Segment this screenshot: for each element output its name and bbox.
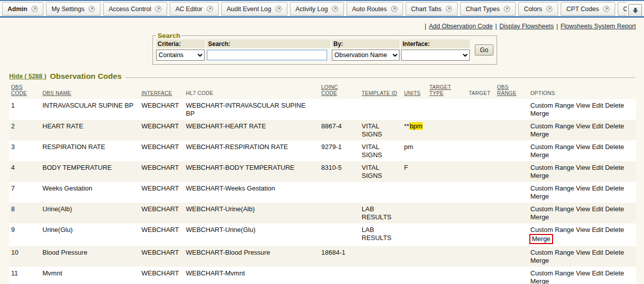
link-flowsheets-system-report[interactable]: Flowsheets System Report [561, 23, 636, 30]
col-header-obs-range[interactable]: OBS RANGE [495, 82, 528, 99]
option-edit[interactable]: Edit [592, 102, 603, 109]
tab-chart-types[interactable]: Chart Types [460, 2, 516, 16]
page-content: |Add Observation Code|Display Flowsheets… [0, 23, 644, 284]
option-edit[interactable]: Edit [592, 143, 603, 151]
interface-column: Interface: [401, 39, 470, 61]
option-merge[interactable]: Merge [530, 277, 549, 284]
option-view[interactable]: View [576, 102, 590, 109]
option-merge[interactable]: Merge [530, 151, 549, 159]
col-header-template-id[interactable]: TEMPLATE ID [360, 82, 402, 99]
option-edit[interactable]: Edit [592, 249, 603, 256]
option-edit[interactable]: Edit [592, 164, 603, 171]
option-merge[interactable]: Merge [530, 110, 549, 117]
option-view[interactable]: View [576, 249, 590, 256]
option-view[interactable]: View [576, 226, 590, 233]
option-merge[interactable]: Merge [530, 257, 549, 264]
tab-cpt-requirem[interactable]: CPT Requirem [618, 2, 627, 16]
col-header-loinc-code[interactable]: LOINC CODE [319, 82, 360, 99]
cell-target-type [427, 246, 467, 267]
go-button[interactable]: Go [475, 44, 493, 56]
option-delete[interactable]: Delete [605, 249, 624, 256]
option-view[interactable]: View [576, 205, 590, 213]
option-delete[interactable]: Delete [605, 164, 624, 171]
tab-auto-routes[interactable]: Auto Routes [346, 2, 403, 16]
option-view[interactable]: View [576, 143, 590, 151]
hide-link[interactable]: Hide ( 5288 ) [9, 73, 46, 80]
tab-overflow-button[interactable] [628, 4, 642, 17]
option-view[interactable]: View [576, 122, 590, 130]
tab-strip: AdminMy SettingsAccess ControlAC EditorA… [2, 2, 627, 16]
option-view[interactable]: View [576, 184, 590, 192]
tab-my-settings[interactable]: My Settings [46, 2, 101, 16]
col-header-units[interactable]: UNITS [402, 82, 427, 99]
cell-obs-range [495, 182, 528, 203]
option-delete[interactable]: Delete [605, 184, 624, 192]
option-view[interactable]: View [576, 164, 590, 171]
cell-obs-name: INTRAVASCULAR SUPINE BP [40, 99, 139, 120]
option-edit[interactable]: Edit [592, 269, 603, 277]
table-row-obs-3: 3RESPIRATION RATEWEBCHARTWEBCHART-RESPIR… [9, 140, 636, 161]
option-edit[interactable]: Edit [592, 184, 603, 192]
option-delete[interactable]: Delete [605, 269, 624, 277]
option-merge[interactable]: Merge [530, 193, 549, 200]
search-row: Criteria: Contains Search: By: Observati… [156, 39, 493, 61]
option-custom-range[interactable]: Custom Range [530, 205, 574, 213]
option-view[interactable]: View [576, 269, 590, 277]
option-custom-range[interactable]: Custom Range [530, 226, 574, 233]
col-header-label: TEMPLATE ID [362, 90, 397, 96]
option-edit[interactable]: Edit [592, 122, 603, 130]
cell-options: Custom Range View Edit Delete Merge [528, 182, 636, 203]
by-select[interactable]: Observation Name [332, 50, 400, 61]
col-header-obs-code[interactable]: OBS CODE [9, 82, 40, 99]
by-label: By: [332, 39, 400, 48]
cell-obs-name: HEART RATE [40, 120, 139, 140]
cell-loinc-code [319, 223, 360, 246]
option-edit[interactable]: Edit [592, 226, 603, 233]
option-custom-range[interactable]: Custom Range [530, 143, 574, 151]
tab-audit-event-log[interactable]: Audit Event Log [221, 2, 287, 16]
option-merge[interactable]: Merge [532, 235, 551, 243]
option-custom-range[interactable]: Custom Range [530, 164, 574, 171]
search-input[interactable] [207, 50, 327, 61]
col-header-interface[interactable]: INTERFACE [139, 82, 184, 99]
option-custom-range[interactable]: Custom Range [530, 102, 574, 109]
option-custom-range[interactable]: Custom Range [530, 269, 574, 277]
table-header-row: OBS CODEOBS NAMEINTERFACEHL7 CODELOINC C… [9, 82, 636, 99]
cell-interface: WEBCHART [139, 223, 184, 246]
interface-select[interactable] [401, 50, 470, 61]
tab-activity-log[interactable]: Activity Log [290, 2, 344, 16]
option-merge[interactable]: Merge [530, 172, 549, 179]
option-edit[interactable]: Edit [592, 205, 603, 213]
tab-colors[interactable]: Colors [518, 2, 558, 16]
tab-cpt-codes[interactable]: CPT Codes [561, 2, 615, 16]
tab-admin[interactable]: Admin [2, 2, 43, 16]
col-header-target-type[interactable]: TARGET TYPE [427, 82, 467, 99]
criteria-select[interactable]: Contains [156, 50, 205, 61]
tab-access-control[interactable]: Access Control [103, 2, 167, 16]
option-merge[interactable]: Merge [530, 130, 549, 138]
option-custom-range[interactable]: Custom Range [530, 249, 574, 256]
option-delete[interactable]: Delete [605, 205, 624, 213]
option-merge[interactable]: Merge [530, 213, 549, 221]
col-header-hl7-code: HL7 CODE [184, 82, 319, 99]
option-custom-range[interactable]: Custom Range [530, 184, 574, 192]
link-display-flowsheets[interactable]: Display Flowsheets [500, 23, 554, 30]
cell-target-type [427, 223, 467, 246]
tab-label: CPT Requirem [623, 6, 627, 13]
tab-chart-tabs[interactable]: Chart Tabs [406, 2, 458, 16]
link-add-observation-code[interactable]: Add Observation Code [429, 23, 492, 30]
tab-ac-editor[interactable]: AC Editor [170, 2, 219, 16]
option-custom-range[interactable]: Custom Range [530, 122, 574, 130]
criteria-column: Criteria: Contains [156, 39, 205, 61]
cell-options: Custom Range View Edit Delete Merge [528, 267, 636, 284]
cell-obs-range [495, 161, 528, 182]
option-delete[interactable]: Delete [605, 143, 624, 151]
cell-hl7-code: WEBCHART-Weeks Gestation [184, 182, 319, 203]
col-header-label: OBS NAME [42, 90, 71, 96]
option-delete[interactable]: Delete [605, 122, 624, 130]
col-header-obs-name[interactable]: OBS NAME [40, 82, 139, 99]
highlight-box: Merge [529, 234, 553, 244]
popout-icon [275, 6, 282, 12]
option-delete[interactable]: Delete [605, 102, 624, 109]
option-delete[interactable]: Delete [605, 226, 624, 233]
